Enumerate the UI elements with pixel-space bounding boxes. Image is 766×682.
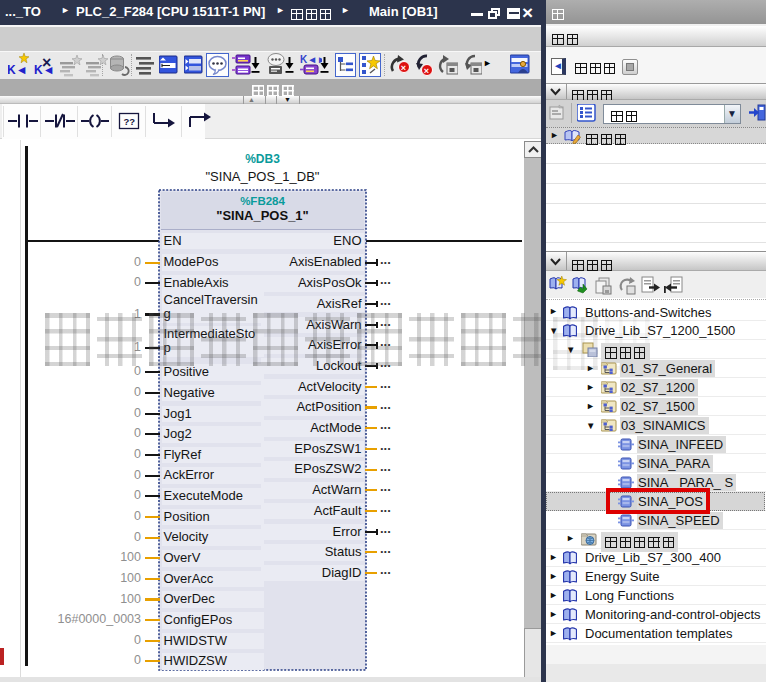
svg-text:K◄►: K◄►: [300, 54, 322, 65]
svg-text:K◄: K◄: [8, 63, 28, 77]
svg-text:×: ×: [401, 63, 406, 73]
svg-text:??: ??: [124, 116, 136, 127]
svg-text:×: ×: [42, 54, 51, 71]
svg-text:×: ×: [424, 66, 429, 76]
